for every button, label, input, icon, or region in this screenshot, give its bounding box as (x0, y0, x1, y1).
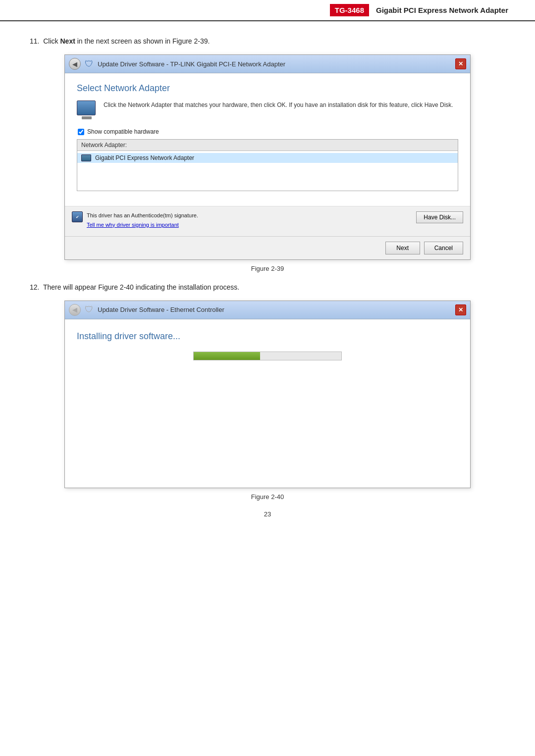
dialog1-section-title: Select Network Adapter (77, 83, 458, 94)
network-adapter-icon (77, 101, 97, 120)
progress-bar-fill (194, 352, 260, 360)
driver-info-content: This driver has an Authenticode(tm) sign… (87, 211, 198, 228)
adapter-list-body: Gigabit PCI Express Network Adapter (77, 151, 458, 191)
dialog1-shield-icon: 🛡 (85, 59, 94, 69)
dialog2-shield-icon: 🛡 (85, 304, 94, 315)
show-compatible-label: Show compatible hardware (87, 128, 159, 135)
step-12-text: 12. There will appear Figure 2-40 indica… (30, 282, 505, 293)
dialog2-titlebar-left: ◀ 🛡 Update Driver Software - Ethernet Co… (69, 304, 224, 316)
model-badge: TG-3468 (330, 4, 369, 16)
dialog2-body: Installing driver software... (65, 319, 470, 488)
header-title: Gigabit PCI Express Network Adapter (369, 4, 515, 16)
dialog1-body: Select Network Adapter Click the Network… (65, 73, 470, 206)
dialog2-close-button[interactable]: ✕ (455, 304, 466, 315)
page-number: 23 (30, 510, 505, 518)
driver-cert-icon: ✔ (72, 211, 83, 222)
dialog1-title-text: Update Driver Software - TP-LINK Gigabit… (98, 60, 285, 68)
next-button[interactable]: Next (385, 242, 420, 254)
dialog1-footer: Next Cancel (65, 236, 470, 259)
driver-info-left: ✔ This driver has an Authenticode(tm) si… (72, 211, 198, 228)
progress-bar-container (193, 352, 342, 360)
installing-title: Installing driver software... (77, 331, 458, 342)
step-11-number: 11. (30, 37, 39, 45)
dialog2-back-button[interactable]: ◀ (69, 304, 81, 316)
dialog1-titlebar: ◀ 🛡 Update Driver Software - TP-LINK Gig… (65, 55, 470, 73)
cancel-button[interactable]: Cancel (424, 242, 463, 254)
dialog1-bottom-section: ✔ This driver has an Authenticode(tm) si… (65, 206, 470, 236)
driver-signing-link[interactable]: Tell me why driver signing is important (87, 222, 179, 228)
dialog1-close-button[interactable]: ✕ (455, 58, 466, 69)
adapter-list-container: Network Adapter: Gigabit PCI Express Net… (77, 139, 458, 191)
dialog-select-network: ◀ 🛡 Update Driver Software - TP-LINK Gig… (64, 54, 471, 260)
step-12-content: There will appear Figure 2-40 indicating… (43, 283, 239, 291)
have-disk-button[interactable]: Have Disk... (416, 211, 463, 223)
driver-info-text: This driver has an Authenticode(tm) sign… (87, 211, 198, 220)
show-compatible-checkbox[interactable] (78, 129, 84, 135)
page-header: TG-3468 Gigabit PCI Express Network Adap… (0, 0, 535, 21)
step-11-bold: Next (60, 37, 75, 45)
driver-info-row: ✔ This driver has an Authenticode(tm) si… (72, 211, 463, 228)
adapter-item-label: Gigabit PCI Express Network Adapter (95, 154, 194, 161)
figure-2-40-caption: Figure 2-40 (30, 493, 505, 501)
adapter-list-header: Network Adapter: (77, 140, 458, 151)
dialog1-back-button[interactable]: ◀ (69, 58, 81, 70)
show-compatible-checkbox-row: Show compatible hardware (77, 128, 458, 135)
network-icon-inner (77, 101, 96, 115)
step-12-number: 12. (30, 283, 39, 291)
dialog1-desc-row: Click the Network Adapter that matches y… (77, 101, 458, 120)
page-content: 11. Click Next in the next screen as sho… (0, 31, 535, 533)
step-11-suffix: in the next screen as shown in Figure 2-… (75, 37, 210, 45)
dialog-installing: ◀ 🛡 Update Driver Software - Ethernet Co… (64, 301, 471, 488)
step-11-text: 11. Click Next in the next screen as sho… (30, 36, 505, 47)
dialog1-description: Click the Network Adapter that matches y… (104, 101, 453, 109)
dialog2-titlebar: ◀ 🛡 Update Driver Software - Ethernet Co… (65, 301, 470, 319)
dialog2-title-text: Update Driver Software - Ethernet Contro… (98, 306, 224, 313)
dialog1-titlebar-left: ◀ 🛡 Update Driver Software - TP-LINK Gig… (69, 58, 285, 70)
network-icon-cable (82, 116, 92, 119)
adapter-list-item[interactable]: Gigabit PCI Express Network Adapter (77, 153, 458, 163)
step-11-prefix: Click (43, 37, 60, 45)
figure-2-39-caption: Figure 2-39 (30, 265, 505, 272)
adapter-item-icon (81, 154, 91, 161)
